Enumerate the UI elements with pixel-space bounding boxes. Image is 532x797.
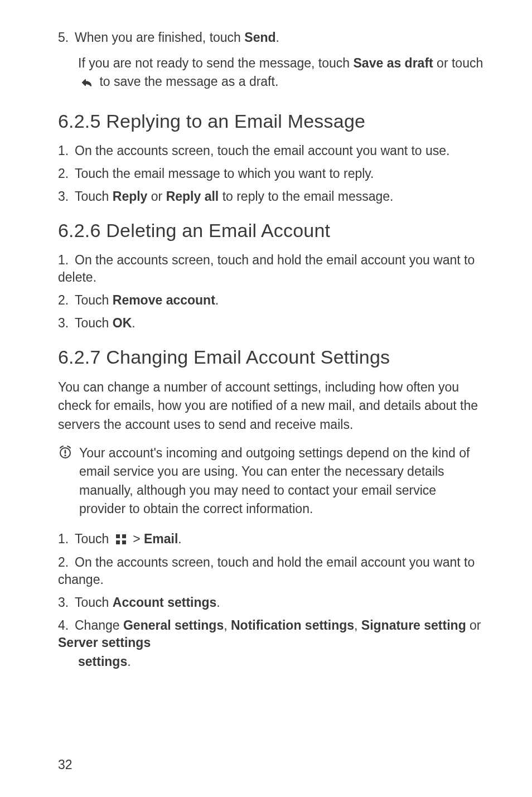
step-number: 1. [58, 142, 75, 160]
period: . [178, 532, 181, 546]
s627-step-1: 1.Touch > Email. [58, 530, 485, 548]
document-page: 5.When you are finished, touch Send. If … [0, 0, 532, 797]
step-5-note: If you are not ready to send the message… [78, 54, 485, 94]
s627-step-4-continued: settings. [78, 653, 485, 670]
ok-label: OK [113, 316, 132, 330]
step-number: 1. [58, 530, 75, 548]
signature-setting-label: Signature setting [361, 618, 466, 632]
step-text: or [147, 189, 166, 204]
s626-step-3: 3.Touch OK. [58, 315, 485, 332]
or-text: or [466, 618, 481, 632]
important-callout: Your account's incoming and outgoing set… [58, 444, 485, 518]
note-text: If you are not ready to send the message… [78, 56, 354, 70]
step-number: 2. [58, 292, 75, 309]
step-text: Touch [75, 189, 113, 204]
step-number: 3. [58, 188, 75, 205]
section-heading-627: 6.2.7 Changing Email Account Settings [58, 346, 485, 368]
step-number: 1. [58, 252, 75, 269]
note-text: or touch [433, 56, 483, 70]
s626-step-1: 1.On the accounts screen, touch and hold… [58, 252, 485, 286]
section-heading-625: 6.2.5 Replying to an Email Message [58, 110, 485, 132]
callout-text: Your account's incoming and outgoing set… [79, 444, 485, 518]
step-text: > [129, 532, 144, 546]
comma: , [224, 618, 231, 632]
alert-icon [58, 444, 79, 460]
period: . [276, 30, 279, 45]
s626-step-2: 2.Touch Remove account. [58, 292, 485, 309]
account-settings-label: Account settings [113, 595, 217, 610]
step-text: On the accounts screen, touch the email … [75, 143, 450, 158]
step-text: Touch [75, 595, 113, 610]
step-number: 2. [58, 554, 75, 571]
s627-intro-paragraph: You can change a number of account setti… [58, 378, 485, 434]
s627-step-2: 2.On the accounts screen, touch and hold… [58, 554, 485, 588]
reply-label: Reply [113, 189, 148, 204]
back-arrow-icon [80, 75, 94, 93]
server-settings-label: Server settings [58, 635, 151, 650]
s625-step-2: 2.Touch the email message to which you w… [58, 165, 485, 182]
section-heading-626: 6.2.6 Deleting an Email Account [58, 220, 485, 241]
s625-step-1: 1.On the accounts screen, touch the emai… [58, 142, 485, 160]
step-number: 2. [58, 165, 75, 182]
step-text: to reply to the email message. [219, 189, 393, 204]
step-text: Touch [75, 532, 113, 546]
email-label: Email [144, 532, 178, 546]
save-as-draft-label: Save as draft [354, 56, 433, 70]
page-number: 32 [58, 757, 72, 772]
period: . [127, 654, 130, 669]
settings-label: settings [78, 654, 127, 669]
notification-settings-label: Notification settings [231, 618, 354, 632]
step-text: When you are finished, touch [75, 30, 244, 45]
period: . [215, 293, 219, 307]
app-grid-icon [116, 534, 126, 544]
comma: , [354, 618, 361, 632]
s625-step-3: 3.Touch Reply or Reply all to reply to t… [58, 188, 485, 205]
step-number: 3. [58, 315, 75, 332]
remove-account-label: Remove account [113, 293, 215, 307]
step-text: Touch the email message to which you wan… [75, 166, 374, 181]
step-text: Touch [75, 293, 113, 307]
step-text: On the accounts screen, touch and hold t… [58, 555, 475, 587]
s627-step-3: 3.Touch Account settings. [58, 594, 485, 611]
step-text: Touch [75, 316, 113, 330]
s627-step-4: 4.Change General settings, Notification … [58, 617, 485, 651]
general-settings-label: General settings [123, 618, 224, 632]
svg-point-2 [64, 455, 66, 456]
send-label: Send [244, 30, 275, 45]
step-number: 5. [58, 29, 75, 46]
step-number: 4. [58, 617, 75, 634]
step-text: Change [75, 618, 123, 632]
step-text: On the accounts screen, touch and hold t… [58, 253, 475, 284]
period: . [132, 316, 135, 330]
svg-rect-1 [65, 450, 66, 454]
step-number: 3. [58, 594, 75, 611]
period: . [216, 595, 220, 610]
step-5: 5.When you are finished, touch Send. [58, 29, 485, 46]
note-text: to save the message as a draft. [96, 74, 278, 89]
reply-all-label: Reply all [166, 189, 219, 204]
